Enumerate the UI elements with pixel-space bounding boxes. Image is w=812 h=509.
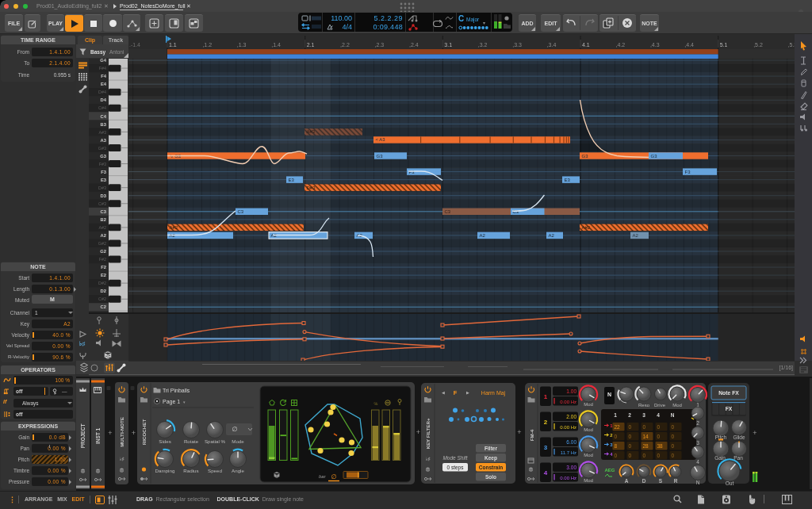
- svg-text:4: 4: [657, 412, 660, 418]
- svg-text:D#3: D#3: [307, 186, 316, 190]
- svg-text:0: 0: [615, 453, 618, 458]
- svg-text:22: 22: [615, 424, 621, 430]
- svg-text:D#4: D#4: [98, 90, 106, 94]
- svg-text:Page 1: Page 1: [163, 399, 180, 405]
- svg-text:A#2: A#2: [98, 225, 106, 230]
- svg-text:MULTI-NOTE: MULTI-NOTE: [119, 417, 124, 447]
- svg-text:Mod: Mod: [584, 453, 593, 457]
- svg-text:E3: E3: [101, 178, 107, 182]
- svg-text:,2.4: ,2.4: [409, 42, 419, 48]
- svg-text:Glide: Glide: [733, 434, 745, 440]
- svg-text:+: +: [416, 428, 420, 436]
- svg-text:Damping: Damping: [155, 468, 175, 473]
- svg-text:E2: E2: [101, 273, 106, 277]
- svg-text:,2.3: ,2.3: [375, 42, 385, 48]
- svg-text:3: 3: [696, 440, 699, 446]
- svg-text:A#2: A#2: [582, 225, 591, 230]
- svg-text:0: 0: [657, 424, 661, 430]
- svg-text:F#2: F#2: [99, 257, 106, 262]
- svg-text:D#3: D#3: [98, 186, 106, 190]
- svg-text:4: 4: [544, 469, 548, 476]
- svg-text:0: 0: [643, 453, 646, 458]
- svg-text:4: 4: [696, 459, 699, 465]
- svg-text:A2: A2: [480, 233, 486, 238]
- svg-text:F#3: F#3: [99, 162, 106, 166]
- svg-text:♭♯: ♭♯: [426, 457, 431, 461]
- svg-text:▶: ▶: [466, 390, 469, 395]
- svg-text:,3.3: ,3.3: [512, 42, 522, 48]
- svg-text:5.1: 5.1: [720, 42, 728, 48]
- svg-text:B2: B2: [101, 217, 106, 222]
- svg-text:Mode: Mode: [232, 438, 244, 444]
- svg-text:8: 8: [615, 443, 618, 449]
- svg-text:+: +: [517, 428, 521, 436]
- svg-text:G3: G3: [377, 154, 384, 159]
- svg-text:S: S: [659, 478, 663, 484]
- svg-text:0: 0: [657, 453, 661, 458]
- svg-text:Rotate: Rotate: [184, 438, 199, 444]
- svg-text:F3: F3: [685, 170, 691, 174]
- svg-text:3: 3: [544, 444, 548, 451]
- svg-text:A#3: A#3: [98, 130, 106, 135]
- svg-text:G3: G3: [651, 154, 658, 159]
- svg-text:A2: A2: [549, 233, 555, 238]
- svg-text:+: +: [108, 429, 112, 437]
- svg-text:.-1.4: .-1.4: [129, 42, 140, 48]
- svg-text:G4: G4: [100, 58, 107, 63]
- svg-text:F2: F2: [101, 265, 106, 270]
- svg-text:D2: D2: [101, 289, 106, 293]
- svg-text:N: N: [607, 392, 611, 397]
- svg-text:,4.3: ,4.3: [650, 42, 660, 48]
- svg-text:Mod: Mod: [584, 427, 593, 432]
- svg-text:0.00 Hz: 0.00 Hz: [560, 476, 576, 480]
- svg-text:,1.4: ,1.4: [271, 42, 281, 48]
- svg-text:2: 2: [628, 412, 631, 418]
- svg-text:G#2: G#2: [98, 241, 106, 246]
- svg-text:∅: ∅: [331, 473, 337, 480]
- svg-text:FX: FX: [726, 406, 733, 411]
- svg-text:G2: G2: [100, 249, 106, 254]
- svg-text:F4: F4: [101, 74, 107, 78]
- svg-text:< A3: < A3: [376, 137, 386, 142]
- svg-text:F3: F3: [101, 170, 107, 174]
- svg-text:A3: A3: [101, 138, 107, 143]
- svg-text:0.00 Hz: 0.00 Hz: [560, 425, 576, 430]
- svg-text:Keep: Keep: [485, 455, 497, 461]
- svg-text:38: 38: [657, 443, 664, 449]
- svg-text:C#3: C#3: [98, 201, 106, 206]
- svg-text:A: A: [625, 478, 629, 484]
- svg-text:A2: A2: [101, 233, 106, 238]
- svg-text:G3: G3: [100, 154, 107, 159]
- svg-text:0: 0: [629, 434, 632, 439]
- svg-text:E3: E3: [289, 178, 295, 182]
- svg-text:3.00: 3.00: [566, 465, 576, 470]
- svg-text:0: 0: [672, 424, 675, 430]
- svg-text:C#4: C#4: [98, 105, 106, 110]
- svg-text:RICOCHET: RICOCHET: [141, 419, 147, 446]
- svg-text:C#2: C#2: [98, 297, 106, 301]
- svg-text:B3: B3: [101, 122, 107, 127]
- svg-text:2: 2: [696, 420, 699, 426]
- svg-text:0: 0: [629, 424, 632, 430]
- svg-text:Spatial %: Spatial %: [205, 438, 226, 444]
- svg-text:Tri Pinballs: Tri Pinballs: [163, 388, 190, 393]
- svg-text:N: N: [696, 480, 700, 485]
- svg-text:Mod: Mod: [584, 402, 593, 407]
- svg-text:AEG: AEG: [604, 468, 615, 473]
- svg-text:1: 1: [614, 412, 617, 418]
- svg-text:Out: Out: [726, 480, 734, 486]
- svg-text:6.00: 6.00: [566, 439, 576, 445]
- svg-text:+: +: [753, 429, 756, 437]
- svg-text:Reso: Reso: [638, 403, 650, 408]
- svg-text:C3: C3: [101, 209, 107, 214]
- svg-text:11.7 Hz: 11.7 Hz: [561, 450, 576, 455]
- svg-text:1.00: 1.00: [566, 388, 576, 394]
- svg-text:4.1: 4.1: [582, 42, 590, 48]
- svg-text:0: 0: [629, 443, 632, 449]
- svg-text:,5.3: ,5.3: [788, 42, 795, 48]
- svg-text:bar: bar: [319, 474, 327, 479]
- svg-text:0 steps: 0 steps: [447, 465, 465, 471]
- svg-text:R: R: [674, 478, 678, 484]
- svg-text:◀: ◀: [442, 390, 445, 395]
- svg-text:0.00 Hz: 0.00 Hz: [560, 400, 576, 404]
